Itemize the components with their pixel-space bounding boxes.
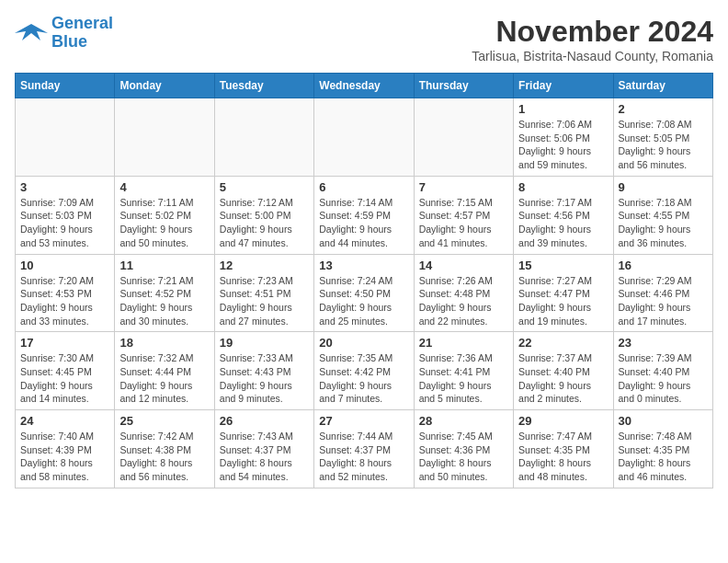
day-cell-w4-d3: 19Sunrise: 7:33 AM Sunset: 4:43 PM Dayli… <box>214 332 313 410</box>
day-number: 21 <box>419 336 508 350</box>
day-info: Sunrise: 7:29 AM Sunset: 4:46 PM Dayligh… <box>619 274 708 328</box>
day-info: Sunrise: 7:35 AM Sunset: 4:42 PM Dayligh… <box>319 351 408 406</box>
location-subtitle: Tarlisua, Bistrita-Nasaud County, Romani… <box>472 49 713 63</box>
day-info: Sunrise: 7:27 AM Sunset: 4:47 PM Dayligh… <box>518 274 608 328</box>
day-cell-w5-d4: 27Sunrise: 7:44 AM Sunset: 4:37 PM Dayli… <box>314 410 414 488</box>
day-cell-w5-d2: 25Sunrise: 7:42 AM Sunset: 4:38 PM Dayli… <box>115 410 214 488</box>
day-info: Sunrise: 7:17 AM Sunset: 4:56 PM Dayligh… <box>518 196 608 250</box>
day-info: Sunrise: 7:18 AM Sunset: 4:55 PM Dayligh… <box>619 196 708 250</box>
day-info: Sunrise: 7:20 AM Sunset: 4:53 PM Dayligh… <box>20 274 109 328</box>
day-number: 8 <box>518 180 608 194</box>
day-cell-w5-d6: 29Sunrise: 7:47 AM Sunset: 4:35 PM Dayli… <box>514 410 613 488</box>
day-cell-w5-d1: 24Sunrise: 7:40 AM Sunset: 4:39 PM Dayli… <box>16 410 115 488</box>
day-number: 28 <box>419 414 508 428</box>
day-number: 1 <box>518 102 608 116</box>
header-thursday: Thursday <box>414 74 513 98</box>
day-cell-w4-d2: 18Sunrise: 7:32 AM Sunset: 4:44 PM Dayli… <box>115 332 214 410</box>
day-info: Sunrise: 7:40 AM Sunset: 4:39 PM Dayligh… <box>20 430 109 484</box>
logo-line2: Blue <box>51 32 87 51</box>
day-number: 2 <box>619 102 708 116</box>
day-cell-w3-d5: 14Sunrise: 7:26 AM Sunset: 4:48 PM Dayli… <box>414 254 513 332</box>
day-cell-w2-d6: 8Sunrise: 7:17 AM Sunset: 4:56 PM Daylig… <box>514 176 613 254</box>
day-number: 19 <box>220 336 309 350</box>
week-row-5: 24Sunrise: 7:40 AM Sunset: 4:39 PM Dayli… <box>16 410 713 488</box>
header-sunday: Sunday <box>16 74 115 98</box>
day-cell-w4-d7: 23Sunrise: 7:39 AM Sunset: 4:40 PM Dayli… <box>613 332 712 410</box>
header-wednesday: Wednesday <box>314 74 414 98</box>
week-row-4: 17Sunrise: 7:30 AM Sunset: 4:45 PM Dayli… <box>16 332 713 410</box>
day-number: 7 <box>419 180 508 194</box>
header: General Blue November 2024 Tarlisua, Bis… <box>15 15 713 63</box>
day-number: 14 <box>419 259 508 272</box>
day-cell-w2-d5: 7Sunrise: 7:15 AM Sunset: 4:57 PM Daylig… <box>414 176 513 254</box>
day-number: 3 <box>20 180 109 194</box>
day-cell-w4-d5: 21Sunrise: 7:36 AM Sunset: 4:41 PM Dayli… <box>414 332 513 410</box>
day-info: Sunrise: 7:45 AM Sunset: 4:36 PM Dayligh… <box>419 430 508 484</box>
day-cell-w5-d3: 26Sunrise: 7:43 AM Sunset: 4:37 PM Dayli… <box>214 410 313 488</box>
day-info: Sunrise: 7:09 AM Sunset: 5:03 PM Dayligh… <box>20 196 109 250</box>
month-title: November 2024 <box>472 15 713 49</box>
day-cell-w2-d1: 3Sunrise: 7:09 AM Sunset: 5:03 PM Daylig… <box>16 176 115 254</box>
day-info: Sunrise: 7:43 AM Sunset: 4:37 PM Dayligh… <box>220 430 309 484</box>
day-info: Sunrise: 7:08 AM Sunset: 5:05 PM Dayligh… <box>619 118 708 172</box>
day-cell-w3-d1: 10Sunrise: 7:20 AM Sunset: 4:53 PM Dayli… <box>16 254 115 332</box>
logo-bird-icon <box>15 20 48 46</box>
day-number: 29 <box>518 414 608 428</box>
day-number: 10 <box>20 259 109 272</box>
header-saturday: Saturday <box>613 74 712 98</box>
day-cell-w2-d4: 6Sunrise: 7:14 AM Sunset: 4:59 PM Daylig… <box>314 176 414 254</box>
day-info: Sunrise: 7:21 AM Sunset: 4:52 PM Dayligh… <box>119 274 209 328</box>
day-cell-w3-d3: 12Sunrise: 7:23 AM Sunset: 4:51 PM Dayli… <box>214 254 313 332</box>
week-row-2: 3Sunrise: 7:09 AM Sunset: 5:03 PM Daylig… <box>16 176 713 254</box>
day-cell-w1-d3 <box>214 98 313 177</box>
day-info: Sunrise: 7:12 AM Sunset: 5:00 PM Dayligh… <box>220 196 309 250</box>
day-number: 6 <box>319 180 408 194</box>
header-monday: Monday <box>115 74 214 98</box>
day-number: 13 <box>319 259 408 272</box>
day-info: Sunrise: 7:48 AM Sunset: 4:35 PM Dayligh… <box>619 430 708 484</box>
day-number: 25 <box>119 414 209 428</box>
logo-text: General Blue <box>51 15 113 52</box>
day-info: Sunrise: 7:37 AM Sunset: 4:40 PM Dayligh… <box>518 351 608 406</box>
week-row-1: 1Sunrise: 7:06 AM Sunset: 5:06 PM Daylig… <box>16 98 713 177</box>
week-row-3: 10Sunrise: 7:20 AM Sunset: 4:53 PM Dayli… <box>16 254 713 332</box>
day-cell-w2-d7: 9Sunrise: 7:18 AM Sunset: 4:55 PM Daylig… <box>613 176 712 254</box>
calendar-table: Sunday Monday Tuesday Wednesday Thursday… <box>15 73 713 488</box>
day-cell-w1-d2 <box>115 98 214 177</box>
day-cell-w4-d6: 22Sunrise: 7:37 AM Sunset: 4:40 PM Dayli… <box>514 332 613 410</box>
day-cell-w2-d2: 4Sunrise: 7:11 AM Sunset: 5:02 PM Daylig… <box>115 176 214 254</box>
day-number: 24 <box>20 414 109 428</box>
day-info: Sunrise: 7:42 AM Sunset: 4:38 PM Dayligh… <box>119 430 209 484</box>
day-number: 26 <box>220 414 309 428</box>
day-cell-w2-d3: 5Sunrise: 7:12 AM Sunset: 5:00 PM Daylig… <box>214 176 313 254</box>
day-info: Sunrise: 7:32 AM Sunset: 4:44 PM Dayligh… <box>119 351 209 406</box>
day-number: 17 <box>20 336 109 350</box>
day-info: Sunrise: 7:36 AM Sunset: 4:41 PM Dayligh… <box>419 351 508 406</box>
svg-marker-0 <box>15 24 48 40</box>
day-cell-w3-d7: 16Sunrise: 7:29 AM Sunset: 4:46 PM Dayli… <box>613 254 712 332</box>
day-cell-w5-d5: 28Sunrise: 7:45 AM Sunset: 4:36 PM Dayli… <box>414 410 513 488</box>
day-info: Sunrise: 7:24 AM Sunset: 4:50 PM Dayligh… <box>319 274 408 328</box>
day-number: 22 <box>518 336 608 350</box>
day-info: Sunrise: 7:06 AM Sunset: 5:06 PM Dayligh… <box>518 118 608 172</box>
day-number: 4 <box>119 180 209 194</box>
weekday-header-row: Sunday Monday Tuesday Wednesday Thursday… <box>16 74 713 98</box>
day-number: 18 <box>119 336 209 350</box>
day-number: 30 <box>619 414 708 428</box>
day-number: 9 <box>619 180 708 194</box>
day-cell-w5-d7: 30Sunrise: 7:48 AM Sunset: 4:35 PM Dayli… <box>613 410 712 488</box>
day-cell-w3-d2: 11Sunrise: 7:21 AM Sunset: 4:52 PM Dayli… <box>115 254 214 332</box>
day-number: 23 <box>619 336 708 350</box>
day-number: 15 <box>518 259 608 272</box>
day-info: Sunrise: 7:23 AM Sunset: 4:51 PM Dayligh… <box>220 274 309 328</box>
day-number: 12 <box>220 259 309 272</box>
day-number: 5 <box>220 180 309 194</box>
day-info: Sunrise: 7:11 AM Sunset: 5:02 PM Dayligh… <box>119 196 209 250</box>
day-cell-w1-d4 <box>314 98 414 177</box>
day-info: Sunrise: 7:30 AM Sunset: 4:45 PM Dayligh… <box>20 351 109 406</box>
day-cell-w1-d6: 1Sunrise: 7:06 AM Sunset: 5:06 PM Daylig… <box>514 98 613 177</box>
header-friday: Friday <box>514 74 613 98</box>
day-number: 20 <box>319 336 408 350</box>
logo-line1: General <box>51 14 113 32</box>
day-cell-w1-d5 <box>414 98 513 177</box>
